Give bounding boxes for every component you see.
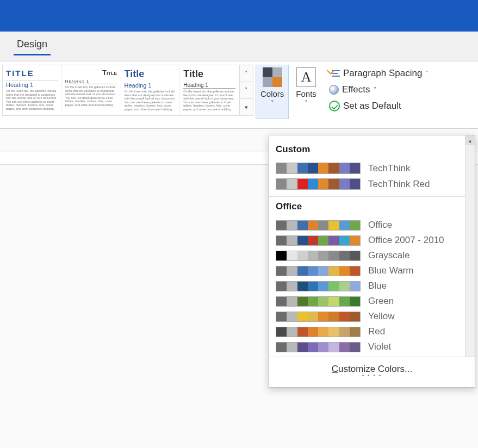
colors-dropdown: ▴ Custom TechThinkTechThink Red Office O…: [269, 135, 475, 388]
check-circle-icon: [329, 101, 340, 111]
color-scheme-option[interactable]: Blue Warm: [274, 263, 470, 278]
theme-gallery: TITLE Heading 1 On the Insert tab, the g…: [2, 65, 253, 116]
color-scheme-label: Violet: [368, 341, 391, 352]
paragraph-spacing-button[interactable]: Paragraph Spacing ˅: [327, 67, 431, 80]
color-scheme-option[interactable]: Grayscale: [274, 248, 470, 263]
theme-thumbnail[interactable]: Title Heading 1 On the Insert tab, the g…: [180, 65, 239, 115]
title-bar: [0, 0, 478, 32]
color-scheme-label: Office 2007 - 2010: [368, 235, 444, 246]
paragraph-spacing-label: Paragraph Spacing: [343, 68, 423, 79]
color-scheme-option[interactable]: TechThink: [274, 160, 470, 176]
color-scheme-option[interactable]: Yellow: [274, 309, 470, 324]
customize-colors-button[interactable]: Customize Colors... • • • •: [269, 357, 475, 387]
color-scheme-option[interactable]: Office 2007 - 2010: [274, 233, 470, 248]
colors-icon: [263, 67, 282, 87]
ribbon-right-group: Paragraph Spacing ˅ Effects ˅ Set as Def…: [327, 65, 431, 113]
color-swatch-strip: [276, 281, 361, 291]
thumb-heading: Heading 1: [65, 79, 117, 84]
color-scheme-option[interactable]: TechThink Red: [274, 176, 470, 192]
color-scheme-option[interactable]: Green: [274, 294, 470, 309]
effects-label: Effects: [342, 84, 370, 95]
thumb-body: On the Insert tab, the galleries include…: [65, 85, 117, 107]
set-as-default-label: Set as Default: [343, 101, 401, 111]
effects-icon: [329, 85, 339, 95]
color-swatch-strip: [276, 327, 361, 337]
chevron-down-icon: ˅: [425, 70, 429, 77]
color-scheme-label: Blue Warm: [368, 265, 413, 276]
dropdown-scrollbar[interactable]: ▴: [465, 135, 475, 357]
color-scheme-option[interactable]: Office: [274, 217, 470, 233]
fonts-icon: A: [296, 67, 316, 87]
color-scheme-label: TechThink: [368, 163, 410, 174]
thumb-body: On the Insert tab, the galleries include…: [125, 90, 177, 111]
color-swatch-strip: [276, 178, 361, 190]
colors-label: Colors: [260, 89, 284, 98]
thumb-heading: Heading 1: [183, 82, 235, 89]
color-scheme-option[interactable]: Violet: [274, 339, 470, 354]
color-scheme-label: Red: [368, 326, 385, 337]
color-swatch-strip: [276, 220, 361, 231]
thumb-title: Title: [183, 69, 235, 80]
thumb-heading: Heading 1: [6, 82, 58, 88]
ribbon: TITLE Heading 1 On the Insert tab, the g…: [0, 61, 478, 129]
fonts-button[interactable]: A Fonts ˅: [291, 65, 321, 119]
theme-thumbnail[interactable]: TITLE Heading 1 On the Insert tab, the g…: [3, 65, 62, 115]
fonts-label: Fonts: [296, 89, 316, 98]
ribbon-tab-row: Design: [0, 32, 478, 61]
color-scheme-option[interactable]: Red: [274, 324, 470, 339]
colors-section-office-header: Office: [274, 197, 470, 217]
color-scheme-label: Green: [368, 296, 394, 307]
color-scheme-label: Yellow: [368, 311, 395, 322]
thumb-title: TITLE: [6, 69, 58, 78]
chevron-down-icon: ˅: [305, 99, 308, 107]
tab-design[interactable]: Design: [14, 35, 51, 58]
color-scheme-label: Office: [368, 220, 392, 231]
color-swatch-strip: [276, 296, 361, 307]
color-scheme-label: TechThink Red: [368, 179, 430, 190]
thumb-body: On the Insert tab, the galleries include…: [183, 90, 235, 111]
set-as-default-button[interactable]: Set as Default: [327, 99, 431, 113]
gallery-scroll-up[interactable]: ˄: [240, 65, 253, 82]
color-scheme-label: Grayscale: [368, 250, 410, 261]
thumb-body: On the Insert tab, the galleries include…: [6, 89, 58, 111]
thumb-title: Title: [125, 69, 177, 80]
chevron-down-icon: ˅: [374, 86, 377, 94]
color-swatch-strip: [276, 251, 361, 261]
color-swatch-strip: [276, 312, 361, 322]
effects-button[interactable]: Effects ˅: [327, 83, 431, 96]
theme-gallery-items: TITLE Heading 1 On the Insert tab, the g…: [3, 65, 239, 115]
paragraph-spacing-icon: [329, 69, 340, 78]
gallery-scroll-down[interactable]: ˅: [240, 82, 253, 99]
resize-grip-icon[interactable]: • • • •: [276, 372, 468, 381]
gallery-scroll-buttons: ˄ ˅ ▾: [239, 65, 253, 115]
color-swatch-strip: [276, 266, 361, 276]
chevron-down-icon: ˅: [271, 99, 274, 107]
color-swatch-strip: [276, 163, 361, 174]
gallery-more[interactable]: ▾: [240, 99, 253, 115]
thumb-title: Title: [65, 69, 117, 77]
scroll-up-icon[interactable]: ▴: [465, 135, 475, 145]
colors-section-custom-header: Custom: [274, 140, 470, 160]
theme-thumbnail[interactable]: Title Heading 1 On the Insert tab, the g…: [62, 65, 121, 115]
color-swatch-strip: [276, 235, 361, 246]
thumb-heading: Heading 1: [125, 82, 177, 89]
color-swatch-strip: [276, 342, 361, 352]
color-scheme-label: Blue: [368, 281, 387, 291]
colors-button[interactable]: Colors ˅: [256, 65, 289, 119]
color-scheme-option[interactable]: Blue: [274, 278, 470, 294]
theme-thumbnail[interactable]: Title Heading 1 On the Insert tab, the g…: [121, 65, 181, 115]
